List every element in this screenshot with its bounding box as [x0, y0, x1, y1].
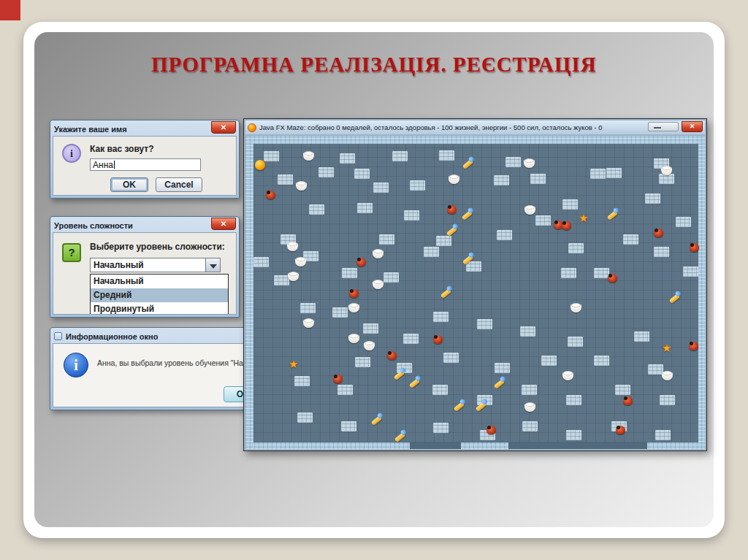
wall-block	[278, 174, 293, 185]
maze-titlebar[interactable]: Java FX Maze: собрано 0 медалей, осталос…	[245, 120, 705, 134]
close-icon[interactable]: ✕	[211, 218, 236, 230]
wall-block	[363, 323, 378, 334]
wall-block	[606, 168, 622, 178]
dialog-info-body: i Анна, вы выбрали уровень обучения "Нач…	[53, 343, 252, 407]
brush-icon	[462, 210, 473, 220]
cup-icon	[296, 183, 307, 191]
slide-title: ПРОГРАМНА РЕАЛІЗАЦІЯ. РЕЄСТРАЦІЯ	[34, 53, 714, 77]
bug-icon	[689, 342, 698, 350]
wall-block	[495, 363, 510, 373]
dialog-name-titlebar[interactable]: Укажите ваше имя ✕	[53, 122, 237, 136]
brush-icon	[394, 370, 405, 380]
wall-block	[655, 430, 671, 440]
dialog-level-window: Уровень сложности ✕ ? Выберите уровень с…	[50, 216, 240, 318]
cancel-button[interactable]: Cancel	[156, 177, 202, 192]
brush-icon	[669, 294, 681, 304]
player-icon	[255, 160, 265, 170]
info-message: Анна, вы выбрали уровень обучения "Начал…	[97, 358, 252, 367]
cup-icon	[303, 153, 314, 161]
wall-block	[594, 268, 609, 278]
cup-icon	[364, 342, 375, 350]
wall-block	[357, 203, 373, 213]
maze-field: ★★★	[253, 144, 698, 442]
bug-icon	[654, 229, 663, 237]
wall-block	[342, 268, 357, 278]
cup-icon	[348, 335, 359, 343]
wall-block	[530, 174, 546, 184]
dialog-info-title: Информационное окно	[66, 332, 158, 341]
wall-block	[443, 353, 459, 363]
wall-block	[683, 266, 698, 277]
wall-block	[403, 334, 419, 344]
close-icon[interactable]: ✕	[211, 121, 236, 134]
dropdown-option-beginner[interactable]: Начальный	[91, 275, 228, 288]
dialog-level-titlebar[interactable]: Уровень сложности ✕	[53, 218, 237, 232]
wall-block	[264, 151, 279, 161]
wall-block	[522, 421, 538, 431]
wall-block	[309, 204, 324, 215]
java-icon	[248, 123, 256, 132]
wall-block	[355, 357, 370, 367]
info-icon: i	[62, 144, 81, 163]
wall-block	[341, 421, 356, 431]
brush-icon	[440, 288, 452, 299]
wall-block	[318, 167, 334, 177]
level-combobox[interactable]: Начальный	[90, 258, 206, 272]
brush-icon	[446, 226, 458, 237]
wall-block	[253, 257, 269, 267]
chevron-down-icon[interactable]	[205, 258, 221, 272]
wall-block	[659, 174, 674, 184]
brush-icon	[462, 159, 474, 169]
wall-block	[497, 230, 512, 240]
info-icon: i	[64, 353, 88, 377]
slide-corner-accent	[0, 0, 20, 20]
bug-icon	[623, 396, 633, 405]
wall-block	[410, 180, 425, 191]
name-input[interactable]: Анна	[90, 158, 201, 171]
dialog-level-title: Уровень сложности	[54, 221, 133, 230]
cup-icon	[524, 404, 535, 412]
bug-icon	[608, 274, 617, 283]
maze-border-bricks: ★★★	[245, 136, 705, 449]
dialog-name-title: Укажите ваше имя	[54, 125, 127, 134]
text-caret	[114, 161, 115, 169]
cup-icon	[662, 372, 673, 380]
brush-icon	[607, 210, 619, 220]
cup-icon	[373, 250, 383, 258]
wall-block	[566, 395, 581, 405]
cup-icon	[562, 372, 573, 380]
wall-block	[332, 307, 348, 318]
wall-block	[379, 234, 394, 245]
wall-block	[594, 356, 609, 366]
wall-block	[645, 193, 660, 204]
bug-icon	[616, 426, 625, 434]
wall-block	[566, 430, 581, 440]
star-icon: ★	[662, 342, 673, 354]
close-icon[interactable]: ✕	[682, 121, 703, 132]
dropdown-option-middle[interactable]: Средний	[91, 288, 228, 302]
wall-block	[590, 169, 606, 179]
dialog-info-titlebar[interactable]: Информационное окно	[53, 329, 252, 343]
wall-block	[354, 169, 370, 179]
wall-block	[623, 234, 638, 245]
star-icon: ★	[579, 212, 590, 224]
ok-button[interactable]: OK	[110, 177, 148, 192]
wall-block	[432, 385, 448, 395]
bug-icon	[690, 243, 699, 252]
cup-icon	[570, 304, 581, 312]
wall-block	[568, 337, 583, 347]
cup-icon	[303, 320, 314, 328]
wall-block	[648, 364, 663, 375]
cup-icon	[524, 160, 535, 168]
star-icon: ★	[289, 358, 300, 370]
minimize-icon[interactable]	[648, 122, 679, 131]
wall-block	[568, 243, 584, 253]
brush-icon	[394, 432, 406, 442]
dropdown-option-advanced[interactable]: Продвинутый	[91, 302, 228, 315]
wall-block	[337, 385, 353, 395]
wall-block	[541, 356, 557, 366]
bug-icon	[387, 351, 397, 360]
level-select-label: Выберите уровень сложности:	[90, 242, 225, 252]
cup-icon	[348, 304, 359, 312]
wall-block	[466, 261, 481, 272]
